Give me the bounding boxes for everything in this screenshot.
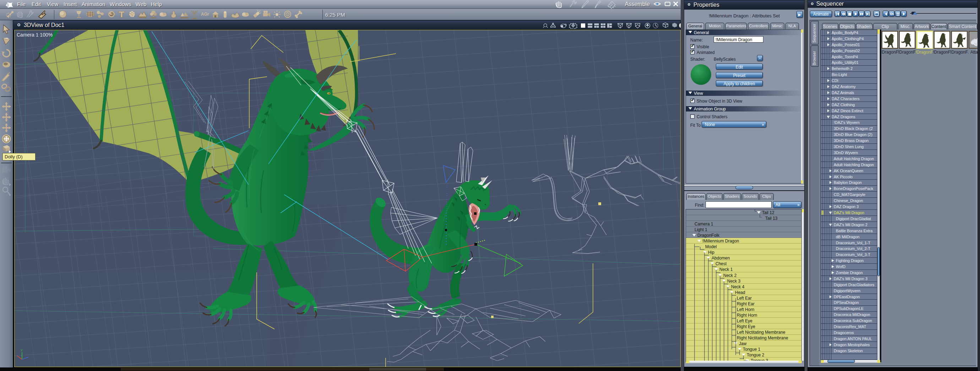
svg-text:Y: Y <box>21 349 23 352</box>
svg-text:AGr: AGr <box>201 12 209 17</box>
svg-text:Camera 1 100%: Camera 1 100% <box>17 32 52 38</box>
